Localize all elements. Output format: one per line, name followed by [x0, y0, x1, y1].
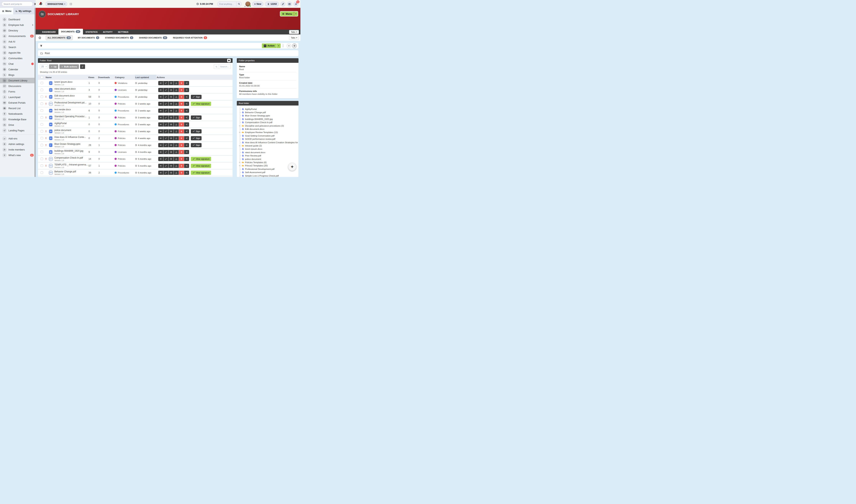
documents-subtab[interactable]: STARRED DOCUMENTS 4: [104, 35, 134, 40]
points-button[interactable]: 12202: [265, 2, 279, 6]
move-button[interactable]: [168, 102, 174, 106]
share-button[interactable]: [184, 109, 189, 113]
sidebar-item[interactable]: Knowledge Base: [0, 116, 36, 122]
tree-node[interactable]: ntest document.docx: [239, 151, 298, 154]
tree-node[interactable]: Blue Ocean Strategy.pptx: [239, 114, 298, 118]
move-button[interactable]: [168, 150, 174, 154]
expand-arrow-icon[interactable]: [239, 162, 240, 163]
preview-button[interactable]: [158, 164, 163, 168]
sign-button[interactable]: Sign: [191, 129, 201, 133]
delete-button[interactable]: [179, 102, 184, 106]
sidebar-item[interactable]: Announcements 1: [0, 33, 36, 39]
page-size-select[interactable]: 25▾: [40, 64, 48, 69]
home-tab[interactable]: [38, 36, 41, 39]
info-button[interactable]: [227, 59, 231, 62]
sidebar-item[interactable]: Chat: [0, 61, 36, 67]
tree-node[interactable]: Behavior Change.pdf: [239, 111, 298, 114]
download-button[interactable]: [174, 143, 179, 147]
row-checkbox[interactable]: [41, 158, 43, 160]
expand-arrow-icon[interactable]: [239, 131, 240, 133]
delete-button[interactable]: [179, 109, 184, 113]
tree-node[interactable]: Goal Setting Conversation.pdf: [239, 134, 298, 137]
tree-node[interactable]: Self-Assessment.pdf: [239, 170, 298, 174]
row-checkbox[interactable]: [41, 130, 43, 132]
share-button[interactable]: [184, 157, 189, 161]
tree-node[interactable]: buildings-5644899_1920.jpg: [239, 118, 298, 121]
links-button[interactable]: [281, 2, 285, 6]
edit-button[interactable]: [163, 95, 168, 99]
preview-button[interactable]: [158, 136, 163, 140]
sidebar-item[interactable]: Directory: [0, 28, 36, 33]
share-button[interactable]: [184, 122, 189, 127]
sign-button[interactable]: Sign: [191, 143, 201, 147]
sidebar-item[interactable]: Invite members: [0, 147, 36, 152]
tree-node[interactable]: Simple 1-on-1 Progress Check.pdf: [239, 174, 298, 177]
edit-button[interactable]: [163, 115, 168, 120]
sidebar-item[interactable]: Discussions: [0, 83, 36, 89]
tree-node[interactable]: Peer Review.pdf: [239, 154, 298, 157]
column-header[interactable]: Views: [88, 75, 98, 80]
move-button[interactable]: [168, 88, 174, 92]
edit-button[interactable]: [163, 109, 168, 113]
edit-button[interactable]: [163, 81, 168, 85]
search-jump-input[interactable]: [2, 2, 33, 6]
row-checkbox[interactable]: [41, 109, 43, 112]
sidebar-item[interactable]: What's new 1: [0, 152, 36, 158]
document-name[interactable]: Edit document.docx: [54, 94, 74, 97]
sidebar-item[interactable]: Employee hub: [0, 22, 36, 28]
delete-button[interactable]: [179, 129, 184, 133]
delete-button[interactable]: [179, 95, 184, 99]
share-button[interactable]: [184, 129, 189, 133]
row-checkbox[interactable]: [41, 137, 43, 139]
row-checkbox[interactable]: [41, 123, 43, 126]
document-name[interactable]: police document: [54, 129, 71, 131]
edit-button[interactable]: [163, 136, 168, 140]
download-button[interactable]: [174, 136, 179, 140]
delete-button[interactable]: [179, 81, 184, 85]
row-checkbox[interactable]: [41, 172, 43, 174]
tree-node[interactable]: AgilityPortal: [239, 107, 298, 111]
module-tab[interactable]: DASHBOARD: [39, 30, 58, 34]
column-header[interactable]: Category: [114, 75, 135, 80]
calendar-button[interactable]: [287, 2, 292, 6]
preview-button[interactable]: [158, 129, 163, 133]
edit-button[interactable]: [163, 170, 168, 175]
module-tab[interactable]: SETTINGS: [115, 30, 131, 34]
sidebar-item[interactable]: Document Library: [0, 78, 36, 83]
sidebar-item[interactable]: Dashboard: [0, 17, 36, 22]
share-button[interactable]: [184, 164, 189, 168]
filter-icon[interactable]: [40, 44, 42, 47]
sidebar-item[interactable]: Communities: [0, 56, 36, 61]
preview-button[interactable]: [158, 81, 163, 85]
sidebar-item[interactable]: Add-ons: [0, 136, 36, 141]
move-button[interactable]: [168, 136, 174, 140]
column-header[interactable]: Downloads: [98, 75, 114, 80]
menu-button[interactable]: Menu ▾: [280, 11, 298, 16]
document-name[interactable]: test render.docx: [54, 108, 71, 111]
sidebar-item[interactable]: Launchpad: [0, 94, 36, 100]
preview-button[interactable]: [158, 122, 163, 127]
sidebar-item[interactable]: Forms: [0, 89, 36, 94]
view-signature-button[interactable]: View signature: [191, 157, 211, 161]
share-button[interactable]: [184, 102, 189, 106]
preview-button[interactable]: [158, 150, 163, 154]
delete-button[interactable]: [179, 164, 184, 168]
action-button-main[interactable]: + Action: [262, 43, 277, 48]
preview-button[interactable]: [158, 102, 163, 106]
user-avatar[interactable]: ▾: [245, 1, 251, 7]
sidebar-item[interactable]: Search: [0, 44, 36, 50]
document-name[interactable]: AgilityPortal: [54, 122, 67, 125]
documents-subtab[interactable]: SHARED DOCUMENTS 53: [138, 35, 168, 40]
download-button[interactable]: [174, 95, 179, 99]
preview-button[interactable]: [158, 109, 163, 113]
delete-button[interactable]: [179, 157, 184, 161]
download-button[interactable]: [174, 129, 179, 133]
list-view-button[interactable]: [287, 44, 291, 48]
move-button[interactable]: [168, 109, 174, 113]
menu-button-main[interactable]: Menu: [280, 13, 294, 15]
row-checkbox[interactable]: [41, 82, 43, 84]
edit-button[interactable]: [163, 164, 168, 168]
row-checkbox[interactable]: [41, 116, 43, 119]
tree-node[interactable]: Intranet guide (2): [239, 144, 298, 147]
move-button[interactable]: [168, 157, 174, 161]
